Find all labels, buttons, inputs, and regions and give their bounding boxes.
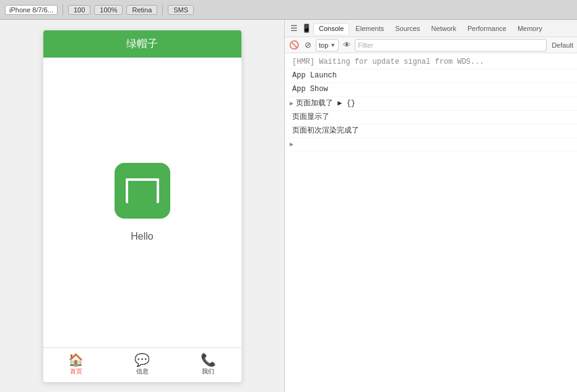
- console-options-btn[interactable]: ⊘: [302, 40, 313, 51]
- phone-simulator: 绿帽子 Hello 🏠 首页 💬 信息 📞: [0, 20, 285, 392]
- top-toolbar: iPhone 8/7/6... 100 100% Retina SMS: [0, 0, 577, 20]
- clear-console-btn[interactable]: 🚫: [288, 40, 300, 51]
- devtools-toolbar: 🚫 ⊘ top ▼ 👁 Filter Default: [285, 37, 577, 53]
- devtools-inspect-btn[interactable]: ☰: [288, 23, 300, 34]
- collapse-arrow-icon: ▶: [290, 99, 293, 109]
- app-logo-inner: [126, 178, 159, 203]
- tab-home-label: 首页: [70, 367, 82, 376]
- console-output: [HMR] Waiting for update signal from WDS…: [285, 53, 577, 392]
- console-line: App Launch: [285, 69, 577, 83]
- devtools-device-btn[interactable]: 📱: [301, 23, 312, 34]
- message-icon: 💬: [134, 354, 150, 366]
- filter-eye-btn[interactable]: 👁: [341, 40, 352, 51]
- tab-message[interactable]: 💬 信息: [109, 354, 175, 376]
- phone-frame: 绿帽子 Hello 🏠 首页 💬 信息 📞: [43, 30, 241, 382]
- console-filter[interactable]: Filter: [355, 39, 547, 51]
- default-label: Default: [552, 41, 573, 49]
- app-logo: [115, 163, 170, 219]
- console-line: 页面显示了: [285, 111, 577, 124]
- main-area: 绿帽子 Hello 🏠 首页 💬 信息 📞: [0, 20, 577, 392]
- console-line-collapsible[interactable]: ▶ 页面加载了 ▶ {}: [285, 97, 577, 111]
- app-hello-text: Hello: [131, 231, 153, 242]
- zoom-btn[interactable]: 100: [68, 5, 90, 15]
- context-selector[interactable]: top ▼: [316, 39, 339, 51]
- console-line: App Show: [285, 83, 577, 97]
- devtools-tab-network[interactable]: Network: [427, 24, 461, 33]
- app-tabbar: 🏠 首页 💬 信息 📞 我们: [43, 347, 241, 382]
- devtools-tab-elements[interactable]: Elements: [350, 24, 389, 33]
- console-line-expand[interactable]: ▶: [285, 138, 577, 151]
- toolbar-separator: [63, 4, 63, 15]
- devtools-tab-sources[interactable]: Sources: [390, 24, 425, 33]
- expand-arrow-icon: ▶: [290, 140, 293, 150]
- console-line-text: 页面显示了: [292, 111, 329, 123]
- app-header: 绿帽子: [43, 30, 241, 58]
- tab-message-label: 信息: [136, 367, 149, 376]
- context-select-arrow: ▼: [330, 42, 336, 48]
- home-icon: 🏠: [68, 354, 84, 366]
- console-line-text: 页面初次渲染完成了: [292, 125, 359, 137]
- toolbar-separator2: [162, 4, 163, 15]
- context-select-value: top: [319, 41, 328, 49]
- retina-btn[interactable]: Retina: [126, 5, 157, 15]
- sms-btn[interactable]: SMS: [168, 5, 194, 15]
- tab-home[interactable]: 🏠 首页: [43, 354, 110, 376]
- console-line-text: App Show: [292, 84, 328, 95]
- console-line-text: [HMR] Waiting for update signal from WDS…: [292, 56, 484, 68]
- contact-icon: 📞: [201, 354, 216, 366]
- devtools-tab-performance[interactable]: Performance: [462, 24, 511, 33]
- app-header-title: 绿帽子: [126, 37, 158, 51]
- scale-btn[interactable]: 100%: [94, 5, 123, 15]
- tab-contact[interactable]: 📞 我们: [175, 354, 241, 376]
- console-line-text: 页面加载了 ▶ {}: [296, 98, 355, 110]
- console-line: 页面初次渲染完成了: [285, 124, 577, 138]
- tab-contact-label: 我们: [202, 367, 214, 376]
- app-content: Hello: [43, 58, 241, 347]
- console-line: [HMR] Waiting for update signal from WDS…: [285, 56, 577, 69]
- device-selector[interactable]: iPhone 8/7/6...: [5, 5, 58, 15]
- devtools-panel: ☰ 📱 Console Elements Sources Network Per…: [285, 20, 577, 392]
- devtools-topbar: ☰ 📱 Console Elements Sources Network Per…: [285, 20, 577, 37]
- console-line-text: App Launch: [292, 70, 337, 82]
- devtools-tab-console[interactable]: Console: [313, 23, 349, 34]
- devtools-tab-memory[interactable]: Memory: [513, 24, 547, 33]
- filter-placeholder: Filter: [358, 41, 373, 49]
